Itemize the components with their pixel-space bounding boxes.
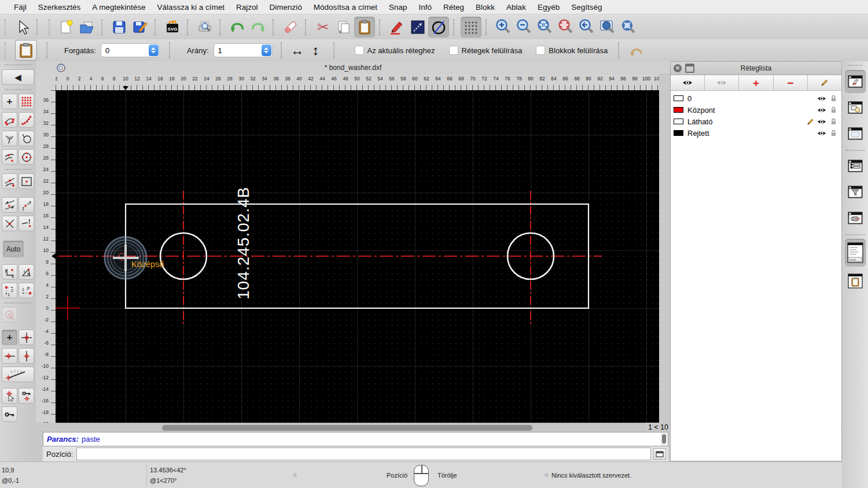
dock-entity-list-button[interactable] <box>845 154 866 178</box>
checkbox-overwrite-blocks-box[interactable] <box>536 46 545 55</box>
checkbox-overwrite-blocks[interactable]: Blokkok felülírása <box>536 46 608 55</box>
menu-info[interactable]: Infó <box>413 3 438 12</box>
open-file-button[interactable] <box>76 17 97 38</box>
menu-select[interactable]: Válassza ki a címet <box>152 3 230 12</box>
zoom-previous-button[interactable] <box>576 17 597 38</box>
draw-freehand-button[interactable] <box>387 17 407 38</box>
restrict-nothing-button[interactable]: ! <box>19 216 34 231</box>
restrict-horizontal-button[interactable] <box>2 348 17 364</box>
layer-row[interactable]: Látható <box>671 116 841 127</box>
menu-file[interactable]: Fájl <box>8 3 32 12</box>
checkbox-overwrite-layers-box[interactable] <box>449 46 458 55</box>
dock-selection-filter-button[interactable] <box>845 180 866 204</box>
layer-visibility-icon[interactable] <box>816 130 827 136</box>
checkbox-overwrite-layers[interactable]: Rétegek felülírása <box>449 46 523 55</box>
menu-snap[interactable]: Snap <box>383 3 413 12</box>
layer-visibility-icon[interactable] <box>816 95 827 102</box>
dock-clipboard-button[interactable] <box>845 269 866 293</box>
rotation-stepper[interactable] <box>149 45 159 56</box>
menu-window[interactable]: Ablak <box>501 3 532 12</box>
dock-block-list-button[interactable] <box>845 96 866 119</box>
layer-lock-icon[interactable] <box>827 95 839 102</box>
command-input[interactable] <box>76 448 651 460</box>
command-history-scrollbar[interactable] <box>661 433 667 446</box>
export-svg-button[interactable]: SVG <box>162 17 183 38</box>
menu-layer[interactable]: Réteg <box>437 3 470 12</box>
restrict-vertical-button[interactable] <box>19 348 34 364</box>
lock-button[interactable] <box>2 406 17 422</box>
snap-intersection-manual-button[interactable] <box>2 131 17 146</box>
scale-spinbox[interactable] <box>214 43 273 57</box>
snap-intersection-button[interactable] <box>2 216 17 231</box>
restrict-orthogonal-button[interactable] <box>2 307 17 323</box>
layer-color-swatch[interactable] <box>674 107 683 113</box>
rotation-spinbox[interactable] <box>101 43 160 57</box>
scale-input[interactable] <box>214 46 262 55</box>
menu-view[interactable]: A megtekintése <box>86 3 151 12</box>
zoom-window-button[interactable] <box>597 17 618 38</box>
horizontal-scrollbar[interactable] <box>56 423 645 432</box>
checkbox-current-layer-box[interactable] <box>355 46 364 55</box>
menu-dimension[interactable]: Dimenzió <box>263 3 307 12</box>
cut-button[interactable]: ✂ <box>312 17 333 38</box>
zoom-auto-button[interactable] <box>535 17 556 38</box>
snap-endpoints-button[interactable] <box>2 112 17 128</box>
corner-point1-button[interactable]: 12 <box>2 283 17 298</box>
layer-color-swatch[interactable] <box>674 119 683 124</box>
show-all-layers-button[interactable] <box>671 75 705 90</box>
snap-free-button[interactable]: + <box>2 94 17 109</box>
layer-visibility-icon[interactable] <box>816 119 827 125</box>
add-layer-button[interactable]: + <box>739 75 773 90</box>
undo-button[interactable] <box>227 17 248 38</box>
snap-grid-button[interactable] <box>19 94 34 109</box>
coordinate-cartesian-button[interactable]: yx <box>2 264 17 280</box>
zoom-selection-button[interactable] <box>556 17 576 38</box>
layer-row[interactable]: 0 <box>671 93 841 104</box>
layer-lock-icon[interactable] <box>827 118 839 125</box>
menu-help[interactable]: Segítség <box>565 3 608 12</box>
flip-horizontal-button[interactable]: ↔ <box>288 40 307 61</box>
snap-reference-button[interactable] <box>19 173 34 189</box>
paste-button[interactable] <box>354 17 375 38</box>
dock-layer-list-button[interactable] <box>845 70 866 93</box>
back-action-button[interactable] <box>626 40 646 61</box>
remove-layer-button[interactable]: − <box>774 75 808 90</box>
dock-library-browser-button[interactable] <box>845 122 866 145</box>
copy-button[interactable]: + <box>333 17 354 38</box>
dock-command-widget-button[interactable]: cmd <box>845 239 866 267</box>
coordinate-polar-button[interactable]: ra <box>19 264 34 280</box>
snap-middle-button[interactable] <box>2 173 17 189</box>
scale-stepper[interactable] <box>262 45 271 56</box>
back-tool-button[interactable]: ◀ <box>2 69 34 85</box>
menu-misc[interactable]: Egyéb <box>532 3 565 12</box>
grid-snap-button[interactable] <box>461 17 481 38</box>
lock-relative-zero-button[interactable] <box>19 388 34 404</box>
snap-relative-zero-button[interactable] <box>19 330 34 345</box>
menu-draw[interactable]: Rajzol <box>230 3 264 12</box>
layer-row[interactable]: Központ <box>671 104 841 116</box>
delete-eraser-button[interactable] <box>280 17 301 38</box>
checkbox-current-layer[interactable]: Az aktuális réteghez <box>355 46 435 55</box>
pick-coordinate-button[interactable] <box>2 388 17 404</box>
menu-edit[interactable]: Szerkesztés <box>32 3 87 12</box>
layer-lock-icon[interactable] <box>827 130 839 137</box>
select-cursor-button[interactable] <box>12 17 32 38</box>
zoom-out-button[interactable] <box>514 17 535 38</box>
document-titlebar[interactable]: * bond_washer.dxf <box>36 61 670 75</box>
zoom-in-button[interactable] <box>493 17 514 38</box>
layer-row[interactable]: Rejtett <box>671 127 841 139</box>
auto-snap-button[interactable]: Auto <box>3 241 24 257</box>
layer-color-swatch[interactable] <box>674 95 683 101</box>
corner-point2-button[interactable]: 12 <box>19 283 34 298</box>
save-as-button[interactable] <box>130 17 150 38</box>
new-document-button[interactable] <box>56 17 76 38</box>
snap-center-button[interactable] <box>19 149 34 165</box>
snap-nearest-button[interactable] <box>2 149 17 165</box>
layer-visibility-icon[interactable] <box>816 107 827 113</box>
print-preview-button[interactable] <box>194 17 215 38</box>
snap-distance-button[interactable]: 12 <box>19 197 34 213</box>
float-panel-icon[interactable] <box>685 64 694 73</box>
draw-line-button[interactable] <box>407 17 428 38</box>
horizontal-scrollbar-thumb[interactable] <box>162 425 532 431</box>
restrict-parallel-button[interactable] <box>2 197 17 213</box>
